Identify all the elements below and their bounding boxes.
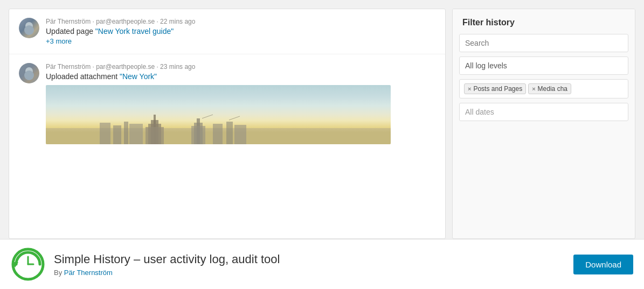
activity-more[interactable]: +3 more — [46, 37, 435, 45]
svg-rect-12 — [213, 124, 223, 144]
skyline-svg — [46, 112, 391, 144]
dates-placeholder: All dates — [459, 103, 628, 121]
plugin-icon — [11, 247, 45, 281]
user-name: Pär Thernström — [46, 18, 91, 25]
activity-action: Updated page "New York travel guide" — [46, 27, 435, 36]
filter-tag-posts-pages: × Posts and Pages — [464, 83, 526, 94]
user-email: par@earthpeople.se — [96, 18, 155, 25]
author-label: By — [54, 269, 64, 277]
svg-rect-4 — [146, 127, 164, 144]
plugin-info: Simple History – user activity log, audi… — [54, 252, 565, 277]
avatar — [19, 18, 39, 38]
plugin-name: Simple History – user activity log, audi… — [54, 252, 565, 266]
attachment-preview — [46, 85, 391, 144]
avatar — [19, 63, 39, 83]
activity-item: Pär Thernström · par@earthpeople.se · 22… — [9, 9, 445, 54]
remove-tag-media-cha[interactable]: × — [532, 86, 535, 92]
user-email: par@earthpeople.se — [96, 63, 155, 71]
remove-tag-posts-pages[interactable]: × — [468, 86, 471, 92]
author-link[interactable]: Pär Thernström — [64, 269, 113, 277]
svg-rect-7 — [124, 122, 128, 144]
filter-title: Filter history — [453, 9, 635, 34]
download-button[interactable]: Download — [573, 255, 633, 274]
svg-rect-11 — [191, 126, 205, 144]
filter-panel: Filter history All log levels × Posts an… — [452, 9, 635, 239]
svg-rect-14 — [234, 125, 246, 144]
svg-rect-13 — [226, 122, 233, 144]
action-text: Uploaded attachment — [46, 72, 120, 81]
svg-rect-6 — [113, 125, 121, 144]
search-input[interactable] — [459, 34, 628, 52]
activity-action: Uploaded attachment "New York" — [46, 72, 435, 81]
user-name: Pär Thernström — [46, 63, 91, 71]
activity-content: Pär Thernström · par@earthpeople.se · 23… — [46, 63, 435, 144]
action-text: Updated page — [46, 27, 95, 36]
log-levels-select[interactable]: All log levels — [459, 57, 628, 75]
timestamp: 22 mins ago — [160, 18, 195, 25]
svg-line-16 — [229, 116, 240, 120]
activity-item: Pär Thernström · par@earthpeople.se · 23… — [9, 54, 445, 153]
timestamp: 23 mins ago — [160, 63, 195, 71]
action-link[interactable]: "New York travel guide" — [95, 27, 174, 36]
filter-tag-media-cha: × Media cha — [528, 83, 571, 94]
activity-feed: Pär Thernström · par@earthpeople.se · 22… — [9, 9, 446, 239]
plugin-bar: Simple History – user activity log, audi… — [0, 239, 644, 289]
tag-label: Posts and Pages — [473, 85, 522, 93]
action-link[interactable]: "New York" — [120, 72, 157, 81]
svg-rect-8 — [129, 124, 143, 144]
plugin-author: By Pär Thernström — [54, 269, 565, 277]
activity-meta: Pär Thernström · par@earthpeople.se · 22… — [46, 18, 435, 25]
history-icon — [11, 247, 45, 281]
tag-label: Media cha — [538, 85, 567, 93]
activity-content: Pär Thernström · par@earthpeople.se · 22… — [46, 18, 435, 45]
svg-line-15 — [202, 115, 213, 118]
svg-rect-5 — [100, 123, 110, 144]
filter-tags-container: × Posts and Pages × Media cha — [459, 79, 628, 98]
activity-meta: Pär Thernström · par@earthpeople.se · 23… — [46, 63, 435, 71]
